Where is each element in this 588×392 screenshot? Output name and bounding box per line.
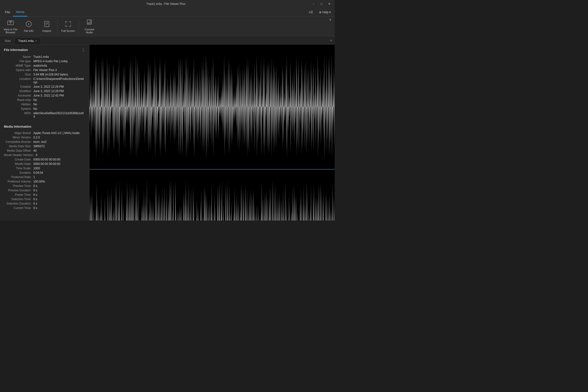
svg-rect-4 bbox=[44, 21, 49, 27]
info-label: Minor Version: bbox=[4, 136, 33, 139]
info-icon: i bbox=[25, 20, 32, 28]
info-value: No bbox=[33, 107, 37, 110]
info-value: 0:04:04 bbox=[33, 171, 43, 174]
media-info-table: Major Brand:Apple iTunes AAC-LC (.M4A) A… bbox=[0, 130, 89, 213]
info-label: Selection Time: bbox=[4, 198, 33, 201]
convert-audio-icon bbox=[86, 19, 93, 27]
info-label: File type: bbox=[4, 60, 33, 63]
ribbon-collapse-btn[interactable]: ▲ bbox=[328, 17, 333, 22]
info-row: Name:Track1.m4a bbox=[4, 55, 85, 59]
info-label: Modify Date: bbox=[4, 162, 33, 166]
file-info-button[interactable]: i File Info bbox=[20, 18, 37, 35]
inspect-icon bbox=[43, 20, 50, 28]
menu-file[interactable]: File bbox=[2, 8, 13, 16]
info-value: audio/m4a bbox=[33, 64, 47, 68]
info-label: Current Time: bbox=[4, 206, 33, 210]
info-value: June 3, 2022 12:29 PM bbox=[33, 85, 64, 88]
waveform-bottom bbox=[90, 170, 335, 221]
info-label: Time Scale: bbox=[4, 166, 33, 170]
help-button[interactable]: ⊕ Help ▾ bbox=[317, 10, 333, 15]
menu-bar: File Home ≡☰ ⊕ Help ▾ bbox=[0, 8, 335, 17]
folder-up-icon bbox=[7, 19, 14, 27]
info-label: Preferred Volume: bbox=[4, 180, 33, 183]
info-row: Preview Duration:0 s bbox=[4, 188, 85, 192]
info-value: 0 bbox=[36, 153, 37, 157]
info-value: Track1.m4a bbox=[33, 55, 49, 58]
ribbon-separator bbox=[57, 19, 58, 34]
waveform-canvas-top bbox=[90, 44, 335, 169]
tabs-bar: Start Track1.m4a ✕ ▾ bbox=[0, 36, 335, 44]
info-row: Media Data Size:3985072 bbox=[4, 144, 85, 148]
info-row: Preferred Volume:100.00% bbox=[4, 179, 85, 184]
info-row: Preferred Rate:1 bbox=[4, 175, 85, 179]
info-value: 3985072 bbox=[33, 144, 45, 148]
info-row: Selection Duration:0 s bbox=[4, 202, 85, 206]
info-row: Read-only:No bbox=[4, 98, 85, 102]
help-label: Help ▾ bbox=[322, 10, 331, 14]
convert-audio-button[interactable]: Convert Audio bbox=[81, 18, 98, 35]
info-label: Hidden: bbox=[4, 103, 33, 106]
info-row: Movie Header Version:0 bbox=[4, 153, 85, 157]
minimize-button[interactable]: − bbox=[310, 2, 317, 6]
maximize-button[interactable]: □ bbox=[318, 2, 325, 6]
info-value: No bbox=[33, 98, 37, 102]
ribbon-separator-2 bbox=[79, 19, 79, 34]
svg-rect-8 bbox=[87, 20, 91, 24]
info-value: 100.00% bbox=[33, 180, 45, 183]
tabs-dropdown-btn[interactable]: ▾ bbox=[328, 38, 334, 43]
menu-home[interactable]: Home bbox=[13, 8, 28, 16]
tab-start[interactable]: Start bbox=[1, 38, 14, 44]
info-label: Media Data Offset: bbox=[4, 149, 33, 152]
view-in-file-browser-button[interactable]: View in File Browser bbox=[2, 18, 19, 35]
info-value: 0 s bbox=[33, 206, 37, 210]
window-title: Track1.m4a - File Viewer Plus bbox=[22, 2, 310, 6]
info-value: 0 s bbox=[33, 189, 37, 192]
info-label: Poster Time: bbox=[4, 193, 33, 196]
file-info-header: File Information ⋮ bbox=[0, 44, 89, 54]
info-label: Created: bbox=[4, 85, 33, 88]
info-row: Created:June 3, 2022 12:29 PM bbox=[4, 84, 85, 89]
waveform-canvas-bottom bbox=[90, 170, 335, 221]
info-value: 0 s bbox=[33, 202, 37, 205]
full-screen-label: Full Screen bbox=[61, 30, 75, 32]
info-row: MIME Type:audio/m4a bbox=[4, 64, 85, 68]
info-row: Media Data Offset:40 bbox=[4, 148, 85, 153]
info-label: Read-only: bbox=[4, 98, 33, 102]
inspect-button[interactable]: Inspect bbox=[38, 18, 55, 35]
info-row: Hidden:No bbox=[4, 102, 85, 106]
info-row: Create Date:0000:00:00 00:00:00 bbox=[4, 157, 85, 162]
info-value: 40 bbox=[33, 149, 36, 152]
info-label: Size: bbox=[4, 73, 33, 76]
info-row: MD5:a8ec0eca5e66ee2922131d36388a1e94 bbox=[4, 111, 85, 119]
sidebar: File Information ⋮ Name:Track1.m4aFile t… bbox=[0, 44, 90, 220]
menu-bar-right: ≡☰ ⊕ Help ▾ bbox=[307, 10, 333, 15]
settings-button[interactable]: ≡☰ bbox=[307, 10, 315, 15]
file-info-menu-btn[interactable]: ⋮ bbox=[81, 48, 85, 52]
info-label: Movie Header Version: bbox=[4, 153, 36, 157]
info-row: Preview Time:0 s bbox=[4, 184, 85, 188]
svg-point-9 bbox=[88, 23, 90, 24]
info-row: Major Brand:Apple iTunes AAC-LC (.M4A) A… bbox=[4, 131, 85, 135]
info-value: 0 s bbox=[33, 198, 37, 201]
info-value: Apple iTunes AAC-LC (.M4A) Audio bbox=[33, 131, 80, 135]
settings-icon: ≡☰ bbox=[309, 10, 313, 14]
info-label: Compatible Brands: bbox=[4, 140, 33, 144]
info-label: Location: bbox=[4, 77, 33, 84]
info-row: Time Scale:1000 bbox=[4, 166, 85, 170]
tab-track1[interactable]: Track1.m4a ✕ bbox=[14, 38, 41, 44]
info-value: June 3, 2022 12:29 PM bbox=[33, 90, 64, 93]
tab-close-icon[interactable]: ✕ bbox=[35, 40, 37, 42]
info-value: a8ec0eca5e66ee2922131d36388a1e94 bbox=[33, 112, 85, 118]
info-label: Create Date: bbox=[4, 158, 33, 161]
full-screen-button[interactable]: Full Screen bbox=[60, 18, 77, 35]
info-row: System:No bbox=[4, 106, 85, 111]
info-value: 1000 bbox=[33, 166, 40, 170]
media-info-header-label: Media Information bbox=[4, 125, 31, 128]
waveform-area bbox=[90, 44, 335, 220]
ribbon: View in File Browser i File Info Inspect bbox=[0, 17, 335, 36]
info-label: Preview Duration: bbox=[4, 189, 33, 192]
info-label: Duration: bbox=[4, 171, 33, 174]
window-controls: − □ ✕ bbox=[310, 2, 333, 6]
close-button[interactable]: ✕ bbox=[326, 2, 333, 6]
view-in-file-browser-label: View in File Browser bbox=[3, 28, 18, 34]
